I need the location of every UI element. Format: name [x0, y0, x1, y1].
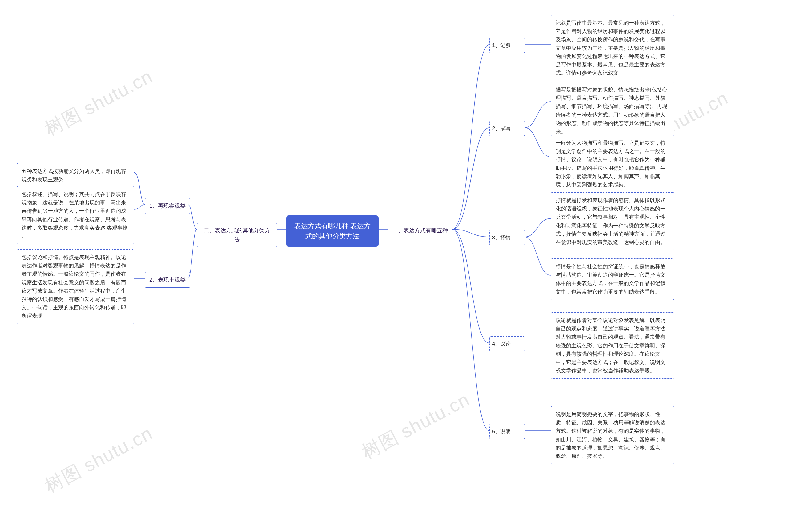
right-detail-2a: 描写是把描写对象的状貌、情态描绘出来(包括心理描写、语言描写、动作描写、神态描写… — [551, 82, 674, 140]
right-detail-5a: 说明是用简明扼要的文字，把事物的形状、性质、特征、成因、关系、功用等解说清楚的表… — [551, 406, 674, 464]
right-detail-1a-text: 记叙是写作中最基本、最常见的一种表达方式，它是作者对人物的经历和事件的发展变化过… — [556, 20, 666, 76]
right-item-2[interactable]: 2、描写 — [489, 121, 525, 136]
right-main[interactable]: 一、表达方式有哪五种 — [388, 223, 452, 239]
left-summary: 五种表达方式按功能又分为两大类，即再现客观类和表现主观类。 — [17, 163, 134, 188]
right-detail-3a-text: 抒情就是抒发和表现作者的感情。具体指以形式化的话语组织，象征性地表现个人内心情感… — [556, 198, 666, 245]
left-detail-2-text: 包括议论和抒情。特点是表现主观精神。议论表达作者对客观事物的见解，抒情表达的是作… — [22, 254, 126, 319]
left-detail-1: 包括叙述、描写、说明；其共同点在于反映客观物象，这就是说，在某地出现的事，写出来… — [17, 186, 134, 244]
root-line1: 表达方式有哪几种 表达方 — [294, 222, 371, 230]
watermark: 树图 shutu.cn — [358, 387, 474, 465]
right-detail-3b: 抒情是个性与社会性的辩证统一，也是情感释放与情感构造、审美创造的辩证统一。它是抒… — [551, 259, 674, 300]
right-item-3-label: 3、抒情 — [492, 235, 511, 241]
right-detail-4a-text: 议论就是作者对某个议论对象发表见解，以表明自己的观点和态度。通过讲事实、说道理等… — [556, 318, 666, 373]
right-main-label: 一、表达方式有哪五种 — [392, 227, 448, 233]
left-item-2[interactable]: 2、表现主观类 — [145, 272, 190, 288]
watermark: 树图 shutu.cn — [41, 64, 157, 142]
right-item-4[interactable]: 4、议论 — [489, 336, 525, 351]
left-main[interactable]: 二、表达方式的其他分类方法 — [197, 223, 277, 247]
left-detail-2: 包括议论和抒情。特点是表现主观精神。议论表达作者对客观事物的见解，抒情表达的是作… — [17, 249, 134, 324]
right-detail-2a-text: 描写是把描写对象的状貌、情态描绘出来(包括心理描写、语言描写、动作描写、神态描写… — [556, 87, 667, 135]
right-item-4-label: 4、议论 — [492, 341, 511, 347]
right-item-2-label: 2、描写 — [492, 125, 511, 131]
left-item-1-label: 1、再现客观类 — [149, 203, 185, 209]
root-node[interactable]: 表达方式有哪几种 表达方 式的其他分类方法 — [286, 216, 379, 247]
right-item-5-label: 5、说明 — [492, 429, 511, 434]
left-summary-text: 五种表达方式按功能又分为两大类，即再现客观类和表现主观类。 — [22, 168, 126, 182]
right-item-3[interactable]: 3、抒情 — [489, 230, 525, 245]
right-detail-3b-text: 抒情是个性与社会性的辩证统一，也是情感释放与情感构造、审美创造的辩证统一。它是抒… — [556, 264, 666, 295]
watermark: 树图 shutu.cn — [41, 421, 157, 499]
left-item-1[interactable]: 1、再现客观类 — [145, 198, 190, 214]
right-detail-1a: 记叙是写作中最基本、最常见的一种表达方式，它是作者对人物的经历和事件的发展变化过… — [551, 15, 674, 81]
left-main-label: 二、表达方式的其他分类方法 — [204, 227, 270, 243]
right-detail-2b-text: 一般分为人物描写和景物描写。它是记叙文，特别是文学创作中的主要表达方式之一。在一… — [556, 140, 666, 188]
left-detail-1-text: 包括叙述、描写、说明；其共同点在于反映客观物象，这就是说，在某地出现的事，写出来… — [22, 191, 128, 239]
right-detail-2b: 一般分为人物描写和景物描写。它是记叙文，特别是文学创作中的主要表达方式之一。在一… — [551, 135, 674, 193]
right-detail-3a: 抒情就是抒发和表现作者的感情。具体指以形式化的话语组织，象征性地表现个人内心情感… — [551, 192, 674, 250]
right-item-5[interactable]: 5、说明 — [489, 424, 525, 439]
right-detail-4a: 议论就是作者对某个议论对象发表见解，以表明自己的观点和态度。通过讲事实、说道理等… — [551, 312, 674, 379]
right-detail-5a-text: 说明是用简明扼要的文字，把事物的形状、性质、特征、成因、关系、功用等解说清楚的表… — [556, 411, 666, 459]
root-line2: 式的其他分类方法 — [306, 232, 359, 240]
right-item-1-label: 1、记叙 — [492, 42, 511, 48]
left-item-2-label: 2、表现主观类 — [149, 277, 185, 283]
right-item-1[interactable]: 1、记叙 — [489, 38, 525, 53]
